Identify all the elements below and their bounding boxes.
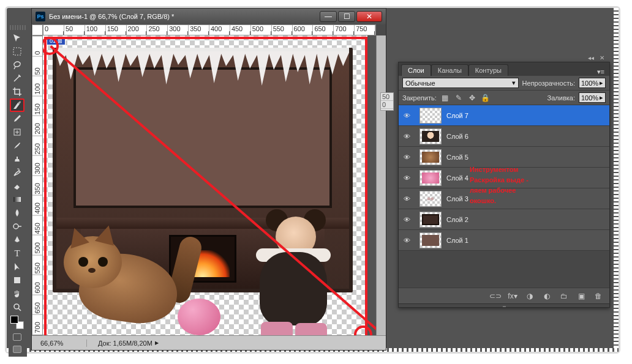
layer-row[interactable]: 👁Слой 5	[399, 147, 609, 168]
visibility-toggle-icon[interactable]: 👁	[399, 112, 415, 119]
tab-layers[interactable]: Слои	[401, 64, 431, 76]
minimize-button[interactable]: —	[320, 11, 337, 22]
artwork-cat	[61, 230, 190, 335]
layer-thumbnail[interactable]	[419, 128, 442, 144]
crop-tool-icon[interactable]	[10, 85, 24, 98]
layer-thumbnail[interactable]	[419, 149, 442, 165]
ruler-tick: 0	[32, 36, 42, 56]
visibility-toggle-icon[interactable]: 👁	[399, 174, 415, 182]
toolbox: T	[9, 24, 27, 357]
layer-name[interactable]: Слой 6	[446, 133, 468, 140]
delete-layer-icon[interactable]: 🗑	[593, 291, 603, 301]
status-menu-icon[interactable]: ▶	[155, 340, 159, 346]
pen-tool-icon[interactable]	[10, 233, 24, 247]
visibility-toggle-icon[interactable]: 👁	[399, 133, 415, 140]
ruler-tick: 350	[32, 176, 42, 196]
layer-group-icon[interactable]: 🗀	[559, 291, 569, 301]
ruler-origin[interactable]	[32, 24, 43, 35]
chevron-down-icon: ▾	[512, 79, 516, 87]
layer-name[interactable]: Слой 4	[446, 174, 468, 182]
slice-tool-icon[interactable]	[10, 98, 24, 112]
type-tool-icon[interactable]: T	[10, 247, 24, 260]
layer-row[interactable]: 👁Слой 3	[399, 188, 609, 209]
visibility-toggle-icon[interactable]: 👁	[399, 216, 415, 223]
layer-name[interactable]: Слой 5	[446, 154, 468, 161]
layer-mask-icon[interactable]: ◑	[525, 291, 535, 301]
hand-tool-icon[interactable]	[10, 287, 24, 300]
canvas[interactable]: 01 ⊠	[43, 35, 367, 335]
artwork-window	[73, 67, 332, 208]
healing-brush-tool-icon[interactable]	[10, 125, 24, 139]
panel-close-icon[interactable]: ✕	[598, 54, 606, 61]
visibility-toggle-icon[interactable]: 👁	[399, 154, 415, 161]
layer-row[interactable]: 👁Слой 1	[399, 230, 609, 251]
ruler-tick: 700	[32, 314, 42, 335]
color-swatch[interactable]	[10, 314, 24, 331]
brush-tool-icon[interactable]	[10, 139, 24, 152]
layer-thumbnail[interactable]	[419, 170, 442, 186]
screenmode-toggle[interactable]	[10, 343, 24, 355]
titlebar[interactable]: Ps Без имени-1 @ 66,7% (Слой 7, RGB/8) *…	[32, 9, 386, 24]
adjustment-layer-icon[interactable]: ◐	[542, 291, 552, 301]
canvas-viewport[interactable]: 01 ⊠	[43, 35, 376, 335]
close-button[interactable]: ✕	[356, 11, 382, 22]
eraser-tool-icon[interactable]	[10, 179, 24, 193]
lock-transparency-icon[interactable]: ▦	[440, 93, 450, 103]
ruler-vertical[interactable]: 0501001502002503003504004505005506006507…	[32, 35, 43, 335]
ruler-tick: 600	[293, 25, 314, 35]
eyedropper-tool-icon[interactable]	[10, 112, 24, 125]
history-brush-tool-icon[interactable]	[10, 166, 24, 179]
layer-row[interactable]: 👁Слой 4	[399, 168, 609, 188]
shape-tool-icon[interactable]	[10, 273, 24, 287]
ruler-tick: 100	[32, 76, 42, 96]
blend-mode-select[interactable]: Обычные ▾	[402, 78, 519, 88]
link-layers-icon[interactable]: ⊂⊃	[491, 291, 500, 301]
quickmask-toggle[interactable]	[10, 331, 24, 343]
clone-stamp-tool-icon[interactable]	[10, 152, 24, 166]
layer-name[interactable]: Слой 3	[446, 195, 468, 202]
new-layer-icon[interactable]: ▣	[576, 291, 586, 301]
path-select-tool-icon[interactable]	[10, 260, 24, 273]
panel-collapse-icon[interactable]: ◂◂	[587, 54, 595, 61]
maximize-button[interactable]: ☐	[338, 11, 355, 22]
lock-pixels-icon[interactable]: ✎	[454, 93, 464, 103]
layer-name[interactable]: Слой 2	[446, 216, 468, 223]
dodge-tool-icon[interactable]	[10, 220, 24, 233]
layers-empty-area[interactable]	[399, 251, 609, 288]
layer-thumbnail[interactable]	[419, 108, 442, 124]
opacity-input[interactable]: 100%▸	[579, 78, 606, 88]
ruler-tick: 100	[85, 25, 106, 35]
tab-channels[interactable]: Каналы	[431, 64, 468, 76]
slice-badge[interactable]: 01 ⊠	[47, 37, 66, 45]
ruler-horizontal[interactable]: 0501001502002503003504004505005506006507…	[43, 24, 376, 35]
gradient-tool-icon[interactable]	[10, 193, 24, 206]
layer-name[interactable]: Слой 7	[446, 112, 468, 119]
zoom-tool-icon[interactable]	[10, 300, 24, 314]
zoom-value[interactable]: 66,67%	[32, 340, 87, 347]
layer-name[interactable]: Слой 1	[446, 237, 468, 244]
layer-thumbnail[interactable]	[419, 232, 442, 248]
fill-input[interactable]: 100%▸	[579, 92, 606, 103]
layer-row[interactable]: 👁Слой 6	[399, 126, 609, 147]
panel-menu-icon[interactable]: ▾≡	[592, 68, 609, 76]
tab-paths[interactable]: Контуры	[468, 64, 508, 76]
layer-thumbnail[interactable]	[419, 191, 442, 207]
lasso-tool-icon[interactable]	[10, 58, 24, 72]
blur-tool-icon[interactable]	[10, 206, 24, 220]
lock-position-icon[interactable]: ✥	[467, 93, 477, 103]
layer-row[interactable]: 👁Слой 2	[399, 209, 609, 230]
layer-thumbnail[interactable]	[419, 212, 442, 228]
scrollbar-vertical[interactable]	[376, 35, 386, 335]
magic-wand-tool-icon[interactable]	[10, 72, 24, 85]
visibility-toggle-icon[interactable]: 👁	[399, 237, 415, 244]
move-tool-icon[interactable]	[10, 31, 24, 45]
layer-row[interactable]: 👁Слой 7	[399, 105, 609, 126]
visibility-toggle-icon[interactable]: 👁	[399, 195, 415, 202]
lock-all-icon[interactable]: 🔒	[481, 93, 491, 103]
panel-resize-grip[interactable]: ━	[399, 303, 609, 307]
opacity-label: Непрозрачность:	[522, 80, 575, 87]
toolbox-grip[interactable]	[10, 25, 26, 30]
layer-fx-icon[interactable]: fx▾	[508, 291, 517, 301]
ruler-tick: 750	[355, 25, 375, 35]
marquee-tool-icon[interactable]	[10, 45, 24, 58]
